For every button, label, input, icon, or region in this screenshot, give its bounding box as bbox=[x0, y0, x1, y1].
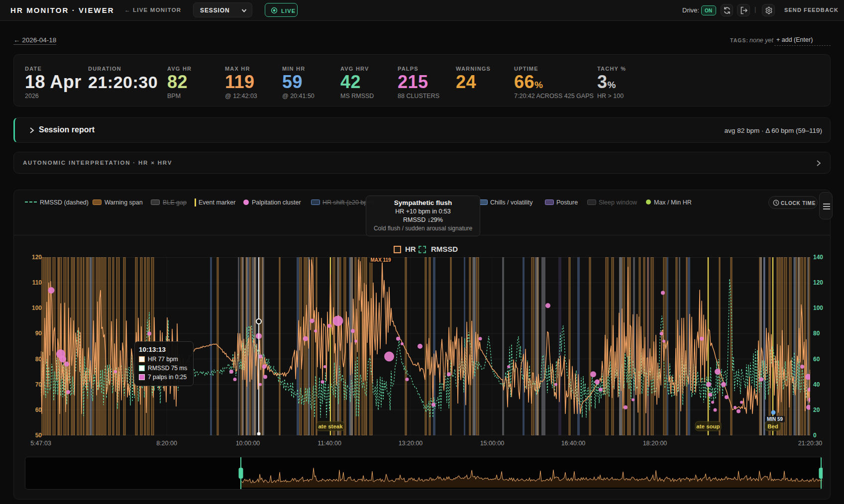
svg-text:ate soup: ate soup bbox=[696, 423, 720, 429]
svg-text:MAX 119: MAX 119 bbox=[370, 257, 391, 263]
svg-text:MIN 59: MIN 59 bbox=[767, 416, 783, 422]
svg-text:ate steak: ate steak bbox=[318, 423, 343, 429]
svg-text:Bed: Bed bbox=[767, 423, 778, 429]
